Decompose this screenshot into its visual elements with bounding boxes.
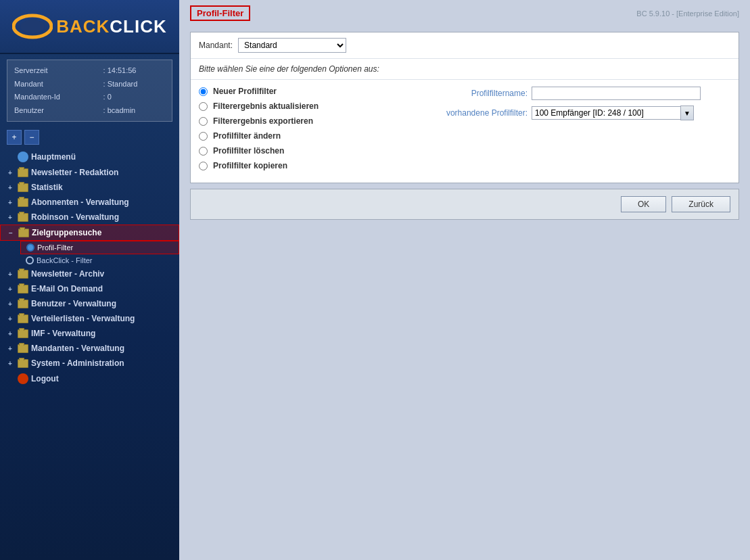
sidebar-item-label: Zielgruppensuche — [32, 228, 101, 237]
zielgruppensuche-submenu: Profil-Filter BackClick - Filter — [0, 241, 179, 266]
mandant-select[interactable]: Standard — [238, 38, 346, 53]
sidebar-item-verteilerlisten[interactable]: + Verteilerlisten - Verwaltung — [0, 311, 179, 326]
expand-arrow: + — [5, 314, 15, 323]
label-filterergebnis-exportieren[interactable]: Filterergebnis exportieren — [213, 116, 313, 126]
expand-arrow — [5, 374, 15, 383]
mandant-label: Mandant: — [199, 41, 233, 50]
folder-icon — [18, 344, 28, 353]
mandant-row: Mandant: Standard — [191, 32, 739, 59]
sidebar-item-label: Robinson - Verwaltung — [31, 212, 119, 222]
sidebar-item-imf[interactable]: + IMF - Verwaltung — [0, 326, 179, 341]
vorhandene-combo: ▼ — [532, 106, 694, 120]
zurueck-button[interactable]: Zurück — [672, 196, 730, 212]
expand-arrow: + — [5, 269, 15, 279]
main-content: Profil-Filter BC 5.9.10 - [Enterprise Ed… — [179, 0, 750, 560]
sidebar-subitem-backclick-filter[interactable]: BackClick - Filter — [20, 254, 179, 266]
filter-panel: Mandant: Standard Bitte wählen Sie eine … — [190, 32, 739, 183]
page-title: Profil-Filter — [190, 5, 250, 21]
sidebar-item-label: Verteilerlisten - Verwaltung — [31, 314, 135, 323]
profilfiltername-input[interactable] — [532, 87, 701, 100]
logout-icon — [18, 373, 28, 384]
subitem-label: BackClick - Filter — [37, 256, 93, 264]
folder-icon — [18, 285, 28, 294]
content-area: Mandant: Standard Bitte wählen Sie eine … — [179, 26, 750, 560]
logo-swoosh-icon — [12, 13, 53, 40]
logo-area: BACKCLICK — [0, 0, 179, 54]
expand-arrow: + — [5, 183, 15, 192]
sidebar-item-system-administration[interactable]: + System - Administration — [0, 356, 179, 371]
label-filterergebnis-aktualisieren[interactable]: Filterergebnis aktualisieren — [213, 101, 319, 111]
option-filterergebnis-aktualisieren: Filterergebnis aktualisieren — [199, 101, 419, 111]
sidebar-item-email-on-demand[interactable]: + E-Mail On Demand — [0, 281, 179, 296]
collapse-icon[interactable]: − — [24, 130, 39, 145]
home-icon — [18, 151, 28, 162]
sidebar-item-hauptmenu[interactable]: Hauptmenü — [0, 149, 179, 165]
expand-arrow: + — [5, 212, 15, 222]
logo-text: BACKCLICK — [56, 16, 167, 37]
radio-profilfilter-loeschen[interactable] — [199, 147, 208, 156]
sidebar-item-logout[interactable]: Logout — [0, 371, 179, 387]
folder-icon — [18, 213, 28, 222]
sidebar-item-mandanten[interactable]: + Mandanten - Verwaltung — [0, 341, 179, 356]
server-info: Serverzeit: 14:51:56 Mandant: Standard M… — [7, 60, 172, 122]
folder-icon — [18, 300, 28, 308]
version-label: BC 5.9.10 - [Enterprise Edition] — [636, 9, 739, 18]
radio-filterergebnis-aktualisieren[interactable] — [199, 102, 208, 111]
option-profilfilter-aendern: Profilfilter ändern — [199, 131, 419, 141]
option-profilfilter-loeschen: Profilfilter löschen — [199, 146, 419, 156]
sidebar-item-label: Mandanten - Verwaltung — [31, 344, 124, 353]
combo-dropdown-btn[interactable]: ▼ — [680, 106, 694, 120]
sidebar-item-zielgruppensuche[interactable]: − Zielgruppensuche — [0, 225, 179, 241]
folder-icon — [18, 270, 28, 279]
profilfiltername-row: Profilfiltername: — [433, 87, 730, 100]
folder-icon — [18, 314, 28, 323]
folder-icon — [18, 329, 28, 338]
expand-icon[interactable]: + — [7, 130, 22, 145]
nav-menu: Hauptmenü + Newsletter - Redaktion + Sta… — [0, 147, 179, 560]
sidebar-item-newsletter-redaktion[interactable]: + Newsletter - Redaktion — [0, 165, 179, 180]
sidebar-item-label: Statistik — [31, 183, 63, 192]
sidebar: BACKCLICK Serverzeit: 14:51:56 Mandant: … — [0, 0, 179, 560]
folder-icon — [18, 229, 29, 237]
expand-arrow: + — [5, 358, 15, 368]
sidebar-item-benutzer[interactable]: + Benutzer - Verwaltung — [0, 296, 179, 311]
sidebar-item-statistik[interactable]: + Statistik — [0, 180, 179, 195]
bullet-icon — [26, 243, 34, 252]
bullet-icon — [26, 256, 34, 264]
top-bar: Profil-Filter BC 5.9.10 - [Enterprise Ed… — [179, 0, 750, 26]
sidebar-item-label: Newsletter - Archiv — [31, 269, 104, 279]
button-bar: OK Zurück — [190, 189, 739, 220]
label-profilfilter-loeschen[interactable]: Profilfilter löschen — [213, 146, 284, 156]
vorhandene-input[interactable] — [532, 106, 680, 120]
option-filterergebnis-exportieren: Filterergebnis exportieren — [199, 116, 419, 126]
label-neuer-profilfilter[interactable]: Neuer Profilfilter — [213, 87, 277, 96]
vorhandene-label: vorhandene Profilfilter: — [433, 108, 528, 118]
sidebar-item-newsletter-archiv[interactable]: + Newsletter - Archiv — [0, 266, 179, 281]
sidebar-item-label: E-Mail On Demand — [31, 284, 103, 294]
sidebar-subitem-profil-filter[interactable]: Profil-Filter — [20, 241, 179, 254]
folder-icon — [18, 198, 28, 207]
expand-arrow: − — [6, 228, 16, 237]
folder-icon — [18, 359, 28, 368]
left-options: Neuer Profilfilter Filterergebnis aktual… — [199, 87, 419, 176]
sidebar-item-label: IMF - Verwaltung — [31, 329, 95, 338]
sidebar-item-label: Abonnenten - Verwaltung — [31, 197, 129, 207]
sidebar-item-robinson[interactable]: + Robinson - Verwaltung — [0, 210, 179, 225]
expand-arrow: + — [5, 299, 15, 308]
radio-filterergebnis-exportieren[interactable] — [199, 117, 208, 126]
sidebar-item-label: System - Administration — [31, 358, 124, 368]
label-profilfilter-aendern[interactable]: Profilfilter ändern — [213, 131, 281, 141]
sidebar-item-label: Newsletter - Redaktion — [31, 168, 118, 177]
option-profilfilter-kopieren: Profilfilter kopieren — [199, 161, 419, 170]
folder-icon — [18, 183, 28, 192]
radio-profilfilter-kopieren[interactable] — [199, 162, 208, 170]
right-options: Profilfiltername: vorhandene Profilfilte… — [433, 87, 730, 176]
radio-profilfilter-aendern[interactable] — [199, 132, 208, 141]
sidebar-item-abonnenten[interactable]: + Abonnenten - Verwaltung — [0, 195, 179, 210]
ok-button[interactable]: OK — [621, 196, 666, 212]
instruction-row: Bitte wählen Sie eine der folgenden Opti… — [191, 59, 739, 80]
sidebar-item-label: Benutzer - Verwaltung — [31, 299, 116, 308]
radio-neuer-profilfilter[interactable] — [199, 87, 208, 96]
label-profilfilter-kopieren[interactable]: Profilfilter kopieren — [213, 161, 287, 170]
profilfiltername-label: Profilfiltername: — [433, 89, 528, 98]
